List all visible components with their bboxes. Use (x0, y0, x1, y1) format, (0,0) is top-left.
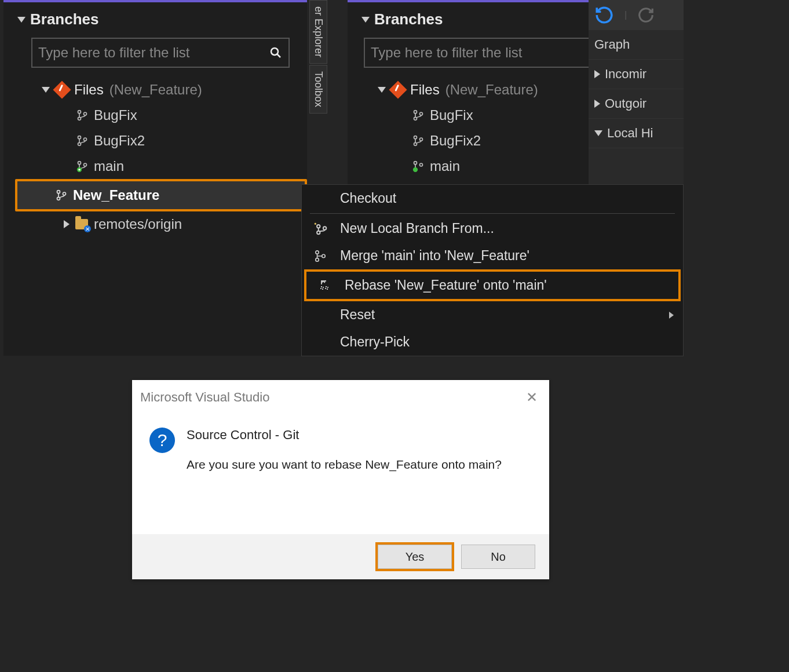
dialog-title-text: Microsoft Visual Studio (140, 390, 269, 405)
refresh-alt-icon[interactable] (637, 6, 655, 24)
svg-point-6 (78, 143, 81, 145)
confirm-dialog: Microsoft Visual Studio ✕ ? Source Contr… (132, 380, 549, 579)
svg-point-16 (414, 111, 417, 114)
svg-point-20 (414, 143, 417, 145)
rebase-icon (313, 279, 337, 293)
expand-icon (594, 100, 600, 108)
repo-name: Files (410, 82, 440, 98)
svg-point-4 (84, 112, 87, 115)
svg-point-19 (414, 136, 417, 139)
svg-point-5 (78, 136, 81, 139)
branch-tracking-icon (76, 159, 88, 173)
svg-point-21 (420, 138, 423, 141)
branch-label: BugFix (94, 107, 137, 123)
svg-point-13 (63, 192, 66, 195)
merge-icon (309, 249, 332, 264)
svg-line-1 (277, 54, 281, 58)
branch-icon (76, 108, 88, 122)
branches-heading[interactable]: Branches (3, 2, 307, 34)
branch-context-menu: Checkout New Local Branch From... Merge … (301, 184, 684, 356)
ctx-reset[interactable]: Reset (302, 301, 683, 328)
ctx-new-branch[interactable]: New Local Branch From... (302, 215, 683, 242)
remotes-row[interactable]: ✕ remotes/origin (38, 211, 307, 237)
collapse-icon (594, 130, 602, 136)
svg-rect-32 (326, 287, 328, 289)
collapse-icon (361, 17, 370, 23)
separator (310, 213, 675, 214)
remotes-label: remotes/origin (94, 216, 182, 232)
branch-icon (412, 134, 424, 148)
svg-point-29 (316, 258, 319, 261)
branches-title: Branches (30, 10, 99, 28)
side-tab-strip: er Explorer Toolbox (309, 0, 327, 115)
no-button[interactable]: No (461, 545, 535, 569)
git-icon (389, 81, 407, 98)
tab-toolbox[interactable]: Toolbox (309, 65, 327, 114)
repo-current-branch: (New_Feature) (445, 82, 538, 98)
ctx-merge[interactable]: Merge 'main' into 'New_Feature' (302, 242, 683, 269)
branch-row-bugfix[interactable]: BugFix (38, 103, 307, 128)
refresh-icon[interactable] (594, 5, 614, 25)
branch-label: main (430, 158, 460, 174)
repo-current-branch: (New_Feature) (109, 82, 202, 98)
svg-point-7 (84, 138, 87, 141)
dialog-titlebar: Microsoft Visual Studio ✕ (132, 380, 549, 411)
svg-point-22 (414, 162, 417, 165)
filter-box[interactable] (31, 38, 290, 68)
branch-icon (56, 188, 67, 202)
svg-point-23 (420, 163, 423, 166)
repo-row[interactable]: Files (New_Feature) (38, 77, 307, 103)
branch-label: BugFix2 (430, 133, 481, 149)
ctx-rebase[interactable]: Rebase 'New_Feature' onto 'main' (304, 269, 681, 301)
svg-point-8 (78, 162, 81, 165)
search-icon[interactable] (269, 46, 283, 60)
outgoing-row[interactable]: Outgoir (589, 89, 684, 119)
svg-point-17 (414, 117, 417, 120)
dialog-message: Are you sure you want to rebase New_Feat… (187, 458, 502, 472)
svg-point-30 (322, 254, 326, 258)
local-history-row[interactable]: Local Hi (589, 119, 684, 148)
collapse-icon (17, 17, 25, 23)
svg-point-27 (323, 227, 326, 229)
branch-label: BugFix (430, 107, 473, 123)
git-icon (53, 81, 71, 98)
svg-point-28 (316, 250, 319, 254)
svg-rect-31 (321, 287, 323, 289)
branch-tree: Files (New_Feature) BugFix BugFix2 main … (3, 77, 307, 237)
svg-point-25 (317, 224, 320, 227)
svg-point-2 (78, 111, 81, 114)
svg-point-9 (84, 163, 87, 166)
svg-point-0 (271, 48, 278, 55)
expand-icon (42, 87, 50, 93)
tab-server-explorer[interactable]: er Explorer (309, 0, 327, 64)
repo-name: Files (74, 82, 104, 98)
submenu-arrow-icon (669, 312, 674, 319)
svg-point-3 (78, 117, 81, 120)
graph-toolbar: | (589, 0, 684, 30)
svg-point-12 (57, 197, 60, 200)
dialog-button-row: Yes No (132, 534, 549, 579)
branch-row-main[interactable]: main (38, 154, 307, 179)
branch-row-newfeature[interactable]: New_Feature (15, 179, 307, 211)
expand-icon (64, 220, 70, 228)
ctx-cherry-pick[interactable]: Cherry-Pick (302, 328, 683, 356)
sparkle-branch-icon (309, 221, 332, 236)
branches-title: Branches (374, 10, 443, 28)
ctx-checkout[interactable]: Checkout (302, 185, 683, 212)
yes-button[interactable]: Yes (378, 545, 452, 569)
close-icon[interactable]: ✕ (526, 389, 538, 406)
filter-input[interactable] (38, 45, 269, 61)
dialog-heading: Source Control - Git (187, 428, 502, 443)
branch-label: main (94, 158, 124, 174)
question-icon: ? (149, 428, 175, 453)
svg-point-24 (414, 168, 418, 172)
expand-icon (378, 87, 386, 93)
branch-label: New_Feature (73, 187, 159, 203)
branch-tracking-icon (412, 159, 424, 173)
incoming-row[interactable]: Incomir (589, 60, 684, 89)
graph-heading[interactable]: Graph (589, 30, 684, 60)
branch-row-bugfix2[interactable]: BugFix2 (38, 128, 307, 154)
branches-panel-left: Branches Files (New_Feature) BugFix BugF… (3, 0, 307, 356)
branch-icon (76, 134, 88, 148)
branch-icon (412, 108, 424, 122)
